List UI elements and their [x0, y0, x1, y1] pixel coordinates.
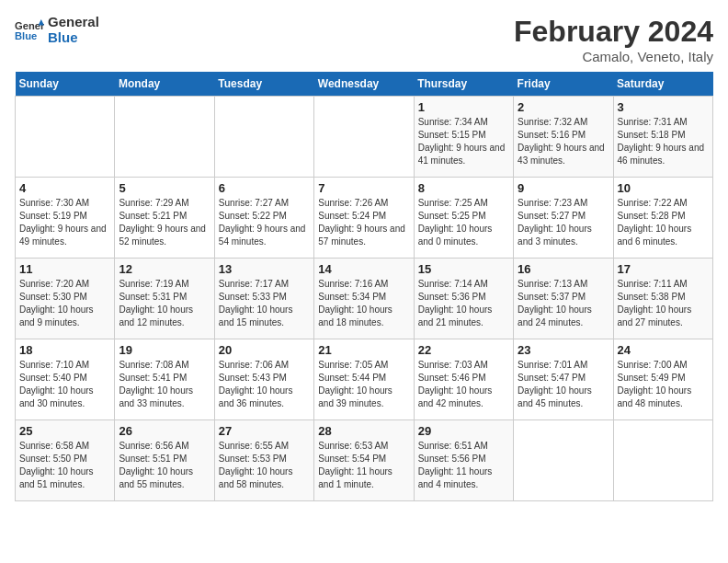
table-row: 10Sunrise: 7:22 AM Sunset: 5:28 PM Dayli… — [613, 178, 712, 259]
day-info: Sunrise: 7:14 AM Sunset: 5:36 PM Dayligh… — [418, 278, 509, 329]
table-row: 29Sunrise: 6:51 AM Sunset: 5:56 PM Dayli… — [414, 420, 513, 501]
col-friday: Friday — [514, 72, 613, 97]
day-number: 27 — [219, 424, 310, 438]
title-block: February 2024 Camalo, Veneto, Italy — [514, 15, 713, 64]
day-number: 29 — [418, 424, 509, 438]
day-number: 19 — [119, 343, 210, 357]
day-info: Sunrise: 6:53 AM Sunset: 5:54 PM Dayligh… — [318, 440, 409, 491]
day-info: Sunrise: 6:51 AM Sunset: 5:56 PM Dayligh… — [418, 440, 509, 491]
table-row: 11Sunrise: 7:20 AM Sunset: 5:30 PM Dayli… — [16, 259, 115, 339]
day-number: 15 — [418, 262, 509, 276]
day-info: Sunrise: 7:26 AM Sunset: 5:24 PM Dayligh… — [318, 197, 409, 248]
page-header: General Blue General Blue February 2024 … — [15, 15, 713, 64]
table-row: 3Sunrise: 7:31 AM Sunset: 5:18 PM Daylig… — [613, 97, 712, 178]
day-info: Sunrise: 7:11 AM Sunset: 5:38 PM Dayligh… — [618, 278, 709, 329]
table-row — [214, 97, 313, 178]
day-info: Sunrise: 7:31 AM Sunset: 5:18 PM Dayligh… — [618, 116, 709, 167]
day-number: 17 — [618, 262, 709, 276]
table-row: 12Sunrise: 7:19 AM Sunset: 5:31 PM Dayli… — [115, 259, 214, 339]
day-number: 20 — [219, 343, 310, 357]
table-row — [613, 420, 712, 501]
day-number: 11 — [19, 262, 110, 276]
day-number: 13 — [219, 262, 310, 276]
table-row — [16, 97, 115, 178]
svg-text:Blue: Blue — [15, 30, 37, 41]
table-row: 1Sunrise: 7:34 AM Sunset: 5:15 PM Daylig… — [414, 97, 513, 178]
table-row: 13Sunrise: 7:17 AM Sunset: 5:33 PM Dayli… — [214, 259, 313, 339]
day-number: 4 — [19, 181, 110, 195]
day-number: 2 — [518, 100, 609, 114]
table-row: 8Sunrise: 7:25 AM Sunset: 5:25 PM Daylig… — [414, 178, 513, 259]
table-row: 27Sunrise: 6:55 AM Sunset: 5:53 PM Dayli… — [214, 420, 313, 501]
logo-blue: Blue — [48, 30, 99, 46]
day-number: 18 — [19, 343, 110, 357]
logo-general: General — [48, 15, 99, 30]
calendar-table: Sunday Monday Tuesday Wednesday Thursday… — [15, 72, 713, 501]
day-info: Sunrise: 7:29 AM Sunset: 5:21 PM Dayligh… — [119, 197, 210, 248]
day-number: 25 — [19, 424, 110, 438]
table-row: 14Sunrise: 7:16 AM Sunset: 5:34 PM Dayli… — [314, 259, 414, 339]
table-row: 15Sunrise: 7:14 AM Sunset: 5:36 PM Dayli… — [414, 259, 513, 339]
calendar-week-row: 25Sunrise: 6:58 AM Sunset: 5:50 PM Dayli… — [16, 420, 713, 501]
day-info: Sunrise: 7:03 AM Sunset: 5:46 PM Dayligh… — [418, 359, 509, 410]
day-info: Sunrise: 7:13 AM Sunset: 5:37 PM Dayligh… — [518, 278, 609, 329]
month-title: February 2024 — [514, 15, 713, 49]
day-number: 6 — [219, 181, 310, 195]
table-row: 9Sunrise: 7:23 AM Sunset: 5:27 PM Daylig… — [514, 178, 613, 259]
col-monday: Monday — [115, 72, 214, 97]
table-row: 18Sunrise: 7:10 AM Sunset: 5:40 PM Dayli… — [16, 339, 115, 420]
day-number: 3 — [618, 100, 709, 114]
table-row: 24Sunrise: 7:00 AM Sunset: 5:49 PM Dayli… — [613, 339, 712, 420]
calendar-header-row: Sunday Monday Tuesday Wednesday Thursday… — [16, 72, 713, 97]
day-number: 26 — [119, 424, 210, 438]
logo-icon: General Blue — [15, 17, 44, 43]
day-info: Sunrise: 7:32 AM Sunset: 5:16 PM Dayligh… — [518, 116, 609, 167]
table-row: 28Sunrise: 6:53 AM Sunset: 5:54 PM Dayli… — [314, 420, 414, 501]
calendar-week-row: 1Sunrise: 7:34 AM Sunset: 5:15 PM Daylig… — [16, 97, 713, 178]
table-row: 5Sunrise: 7:29 AM Sunset: 5:21 PM Daylig… — [115, 178, 214, 259]
day-number: 9 — [518, 181, 609, 195]
col-sunday: Sunday — [16, 72, 115, 97]
day-info: Sunrise: 7:17 AM Sunset: 5:33 PM Dayligh… — [219, 278, 310, 329]
day-number: 16 — [518, 262, 609, 276]
day-info: Sunrise: 7:08 AM Sunset: 5:41 PM Dayligh… — [119, 359, 210, 410]
day-number: 22 — [418, 343, 509, 357]
day-number: 5 — [119, 181, 210, 195]
table-row: 22Sunrise: 7:03 AM Sunset: 5:46 PM Dayli… — [414, 339, 513, 420]
table-row: 17Sunrise: 7:11 AM Sunset: 5:38 PM Dayli… — [613, 259, 712, 339]
table-row: 26Sunrise: 6:56 AM Sunset: 5:51 PM Dayli… — [115, 420, 214, 501]
day-number: 1 — [418, 100, 509, 114]
day-info: Sunrise: 7:27 AM Sunset: 5:22 PM Dayligh… — [219, 197, 310, 248]
day-info: Sunrise: 7:23 AM Sunset: 5:27 PM Dayligh… — [518, 197, 609, 248]
day-number: 28 — [318, 424, 409, 438]
day-info: Sunrise: 7:22 AM Sunset: 5:28 PM Dayligh… — [618, 197, 709, 248]
col-wednesday: Wednesday — [314, 72, 414, 97]
calendar-week-row: 4Sunrise: 7:30 AM Sunset: 5:19 PM Daylig… — [16, 178, 713, 259]
logo: General Blue General Blue — [15, 15, 99, 45]
day-info: Sunrise: 7:16 AM Sunset: 5:34 PM Dayligh… — [318, 278, 409, 329]
day-number: 10 — [618, 181, 709, 195]
table-row — [514, 420, 613, 501]
day-number: 8 — [418, 181, 509, 195]
svg-text:General: General — [15, 20, 44, 31]
day-number: 14 — [318, 262, 409, 276]
day-info: Sunrise: 7:05 AM Sunset: 5:44 PM Dayligh… — [318, 359, 409, 410]
day-info: Sunrise: 7:06 AM Sunset: 5:43 PM Dayligh… — [219, 359, 310, 410]
table-row: 4Sunrise: 7:30 AM Sunset: 5:19 PM Daylig… — [16, 178, 115, 259]
table-row: 21Sunrise: 7:05 AM Sunset: 5:44 PM Dayli… — [314, 339, 414, 420]
calendar-week-row: 11Sunrise: 7:20 AM Sunset: 5:30 PM Dayli… — [16, 259, 713, 339]
table-row: 16Sunrise: 7:13 AM Sunset: 5:37 PM Dayli… — [514, 259, 613, 339]
calendar-week-row: 18Sunrise: 7:10 AM Sunset: 5:40 PM Dayli… — [16, 339, 713, 420]
col-saturday: Saturday — [613, 72, 712, 97]
day-number: 7 — [318, 181, 409, 195]
day-number: 12 — [119, 262, 210, 276]
day-info: Sunrise: 7:20 AM Sunset: 5:30 PM Dayligh… — [19, 278, 110, 329]
day-info: Sunrise: 7:19 AM Sunset: 5:31 PM Dayligh… — [119, 278, 210, 329]
day-number: 21 — [318, 343, 409, 357]
day-info: Sunrise: 6:58 AM Sunset: 5:50 PM Dayligh… — [19, 440, 110, 491]
day-info: Sunrise: 7:10 AM Sunset: 5:40 PM Dayligh… — [19, 359, 110, 410]
table-row: 2Sunrise: 7:32 AM Sunset: 5:16 PM Daylig… — [514, 97, 613, 178]
col-thursday: Thursday — [414, 72, 513, 97]
day-number: 24 — [618, 343, 709, 357]
table-row — [314, 97, 414, 178]
